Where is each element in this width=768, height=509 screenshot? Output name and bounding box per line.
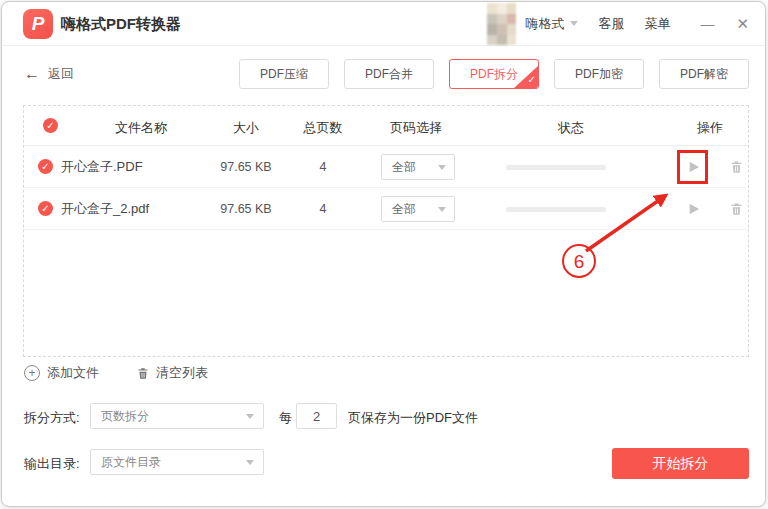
header-status: 状态 <box>558 119 584 137</box>
every-label: 每 <box>279 409 292 427</box>
row-checkbox[interactable]: ✓ <box>38 201 53 216</box>
select-all-checkbox[interactable]: ✓ <box>43 118 58 133</box>
clear-list-label: 清空列表 <box>156 364 208 382</box>
split-method-value: 页数拆分 <box>101 409 149 423</box>
play-button[interactable] <box>685 201 701 217</box>
app-window: P 嗨格式PDF转换器 嗨格式 客服 菜单 — ✕ ←返回 PDF压缩 PDF合… <box>1 1 766 507</box>
plus-circle-icon: + <box>24 365 40 381</box>
table-row: ✓ 开心盒子_2.pdf 97.65 KB 4 全部 <box>24 188 748 230</box>
chevron-down-icon <box>246 414 254 419</box>
output-dir-dropdown[interactable]: 原文件目录 <box>90 449 264 475</box>
trash-icon <box>136 366 150 381</box>
output-dir-value: 原文件目录 <box>101 455 161 469</box>
split-method-label: 拆分方式: <box>24 409 80 427</box>
delete-icon[interactable] <box>729 159 744 175</box>
back-button[interactable]: ←返回 <box>24 65 74 83</box>
header-file-name: 文件名称 <box>115 119 167 137</box>
file-name: 开心盒子.PDF <box>61 146 143 188</box>
page-select-dropdown[interactable]: 全部 <box>381 154 455 180</box>
tab-pdf-merge[interactable]: PDF合并 <box>344 59 434 89</box>
play-button[interactable] <box>685 159 701 175</box>
page-select-value: 全部 <box>392 160 416 174</box>
pages-per-file-suffix: 页保存为一份PDF文件 <box>348 409 478 427</box>
customer-service-link[interactable]: 客服 <box>598 15 624 33</box>
table-header: ✓ 文件名称 大小 总页数 页码选择 状态 操作 <box>24 106 748 146</box>
file-name: 开心盒子_2.pdf <box>61 188 149 230</box>
file-table: ✓ 文件名称 大小 总页数 页码选择 状态 操作 ✓ 开心盒子.PDF 97.6… <box>23 105 749 357</box>
back-arrow-icon: ← <box>24 65 40 82</box>
tab-pdf-split[interactable]: PDF拆分 ✓ <box>449 59 539 89</box>
header-total-pages: 总页数 <box>304 119 343 137</box>
chevron-down-icon <box>438 207 446 212</box>
add-file-button[interactable]: + 添加文件 <box>24 364 99 382</box>
progress-bar <box>506 207 606 212</box>
file-pages: 4 <box>320 160 327 174</box>
tab-pdf-encrypt[interactable]: PDF加密 <box>554 59 644 89</box>
delete-icon[interactable] <box>729 201 744 217</box>
check-icon: ✓ <box>528 66 536 89</box>
page-select-value: 全部 <box>392 202 416 216</box>
avatar[interactable] <box>487 3 516 45</box>
page-select-dropdown[interactable]: 全部 <box>381 196 455 222</box>
account-name[interactable]: 嗨格式 <box>525 15 564 33</box>
tab-pdf-split-label: PDF拆分 <box>470 67 518 81</box>
chevron-down-icon <box>246 460 254 465</box>
progress-bar <box>506 165 606 170</box>
split-method-dropdown[interactable]: 页数拆分 <box>90 403 264 429</box>
header-size: 大小 <box>233 119 259 137</box>
header-page-select: 页码选择 <box>390 119 442 137</box>
app-logo-icon: P <box>23 9 53 39</box>
minimize-button[interactable]: — <box>700 16 714 32</box>
output-dir-label: 输出目录: <box>24 455 80 473</box>
start-split-button[interactable]: 开始拆分 <box>612 448 749 479</box>
file-size: 97.65 KB <box>220 160 271 174</box>
clear-list-button[interactable]: 清空列表 <box>136 364 208 382</box>
tab-pdf-compress[interactable]: PDF压缩 <box>239 59 329 89</box>
table-row: ✓ 开心盒子.PDF 97.65 KB 4 全部 <box>24 146 748 188</box>
chevron-down-icon <box>570 21 578 26</box>
file-pages: 4 <box>320 202 327 216</box>
menu-link[interactable]: 菜单 <box>644 15 670 33</box>
file-size: 97.65 KB <box>220 202 271 216</box>
row-checkbox[interactable]: ✓ <box>38 159 53 174</box>
add-file-label: 添加文件 <box>47 364 99 382</box>
tab-pdf-decrypt[interactable]: PDF解密 <box>659 59 749 89</box>
pages-per-file-input[interactable] <box>296 403 337 429</box>
close-button[interactable]: ✕ <box>736 15 749 33</box>
header-operation: 操作 <box>697 119 723 137</box>
chevron-down-icon <box>438 165 446 170</box>
title-bar: P 嗨格式PDF转换器 嗨格式 客服 菜单 — ✕ <box>2 2 765 46</box>
app-title: 嗨格式PDF转换器 <box>61 15 181 34</box>
back-label: 返回 <box>48 66 74 81</box>
